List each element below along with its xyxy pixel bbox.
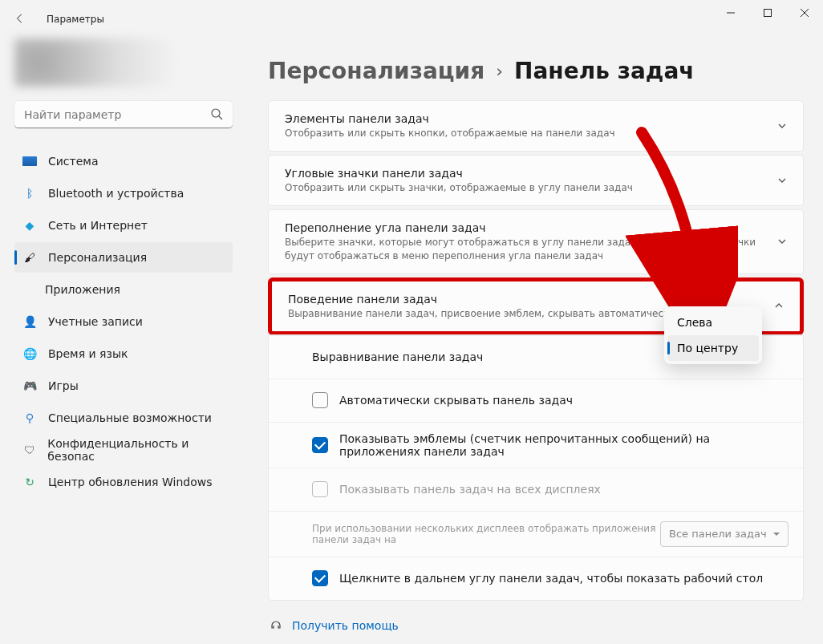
- card-corner-icons[interactable]: Угловые значки панели задач Отобразить и…: [268, 155, 804, 206]
- alignment-dropdown[interactable]: Слева По центру: [664, 306, 762, 364]
- accessibility-icon: ⚲: [22, 411, 37, 425]
- row-show-badges[interactable]: Показывать эмблемы (счетчик непрочитанны…: [269, 422, 803, 468]
- sidebar-item-label: Игры: [48, 379, 79, 392]
- setting-label: Показывать панель задач на всех дисплеях: [339, 483, 789, 496]
- chevron-down-icon: [777, 173, 789, 188]
- row-multi-display-apps: При использовании нескольких дисплеев от…: [269, 511, 803, 557]
- sidebar-item-gaming[interactable]: 🎮Игры: [14, 371, 233, 401]
- paintbrush-icon: 🖌: [22, 250, 37, 265]
- sidebar-item-label: Система: [48, 155, 98, 168]
- get-help-link[interactable]: Получить помощь: [268, 604, 804, 644]
- sidebar-item-personalization[interactable]: 🖌Персонализация: [14, 242, 233, 273]
- setting-label: Щелкните в дальнем углу панели задач, чт…: [339, 572, 789, 585]
- sidebar-item-privacy[interactable]: 🛡Конфиденциальность и безопас: [14, 435, 233, 465]
- checkbox-all-displays: [312, 481, 328, 497]
- sidebar-item-network[interactable]: ◆Сеть и Интернет: [14, 210, 233, 241]
- checkbox-far-corner[interactable]: [312, 570, 328, 586]
- display-icon: [22, 156, 37, 166]
- breadcrumb-parent[interactable]: Персонализация: [268, 58, 484, 84]
- dropdown-option-center[interactable]: По центру: [667, 335, 759, 361]
- window-title: Параметры: [47, 14, 104, 25]
- svg-rect-1: [764, 10, 772, 17]
- sidebar-item-bluetooth[interactable]: ᛒBluetooth и устройства: [14, 178, 233, 209]
- chevron-down-icon: [777, 119, 789, 134]
- chevron-up-icon: [774, 298, 785, 314]
- search-icon: [210, 107, 223, 124]
- combo-value: Все панели задач: [669, 528, 767, 540]
- update-icon: ↻: [22, 475, 37, 489]
- chevron-down-icon: [777, 234, 789, 249]
- sidebar-item-label: Специальные возможности: [48, 411, 212, 424]
- maximize-button[interactable]: [749, 0, 786, 26]
- person-icon: 👤: [22, 314, 37, 329]
- apps-icon: [22, 284, 34, 295]
- setting-label: Автоматически скрывать панель задач: [339, 394, 789, 407]
- headset-icon: [270, 618, 282, 634]
- card-title: Переполнение угла панели задач: [285, 221, 769, 234]
- chevron-right-icon: ›: [496, 61, 503, 81]
- shield-icon: 🛡: [22, 443, 36, 457]
- dropdown-option-left[interactable]: Слева: [667, 310, 759, 335]
- card-title: Угловые значки панели задач: [285, 167, 769, 180]
- sidebar-item-label: Учетные записи: [48, 315, 143, 328]
- setting-label: При использовании нескольких дисплеев от…: [312, 523, 660, 545]
- sidebar-item-label: Приложения: [45, 283, 120, 296]
- wifi-icon: ◆: [22, 218, 37, 233]
- sidebar-item-label: Конфиденциальность и безопас: [47, 437, 233, 463]
- row-far-corner-desktop[interactable]: Щелкните в дальнем углу панели задач, чт…: [269, 557, 803, 600]
- clock-globe-icon: 🌐: [22, 346, 37, 361]
- sidebar-item-label: Bluetooth и устройства: [48, 187, 184, 200]
- svg-line-5: [219, 116, 222, 119]
- card-title: Поведение панели задач: [288, 293, 766, 306]
- sidebar-item-label: Центр обновления Windows: [48, 476, 212, 488]
- gamepad-icon: 🎮: [22, 379, 37, 393]
- checkbox-auto-hide[interactable]: [312, 392, 328, 408]
- setting-label: Показывать эмблемы (счетчик непрочитанны…: [339, 432, 789, 458]
- sidebar-item-label: Сеть и Интернет: [48, 219, 148, 232]
- sidebar-item-windows-update[interactable]: ↻Центр обновления Windows: [14, 467, 233, 497]
- card-subtitle: Выберите значки, которые могут отображат…: [285, 236, 769, 261]
- sidebar-item-label: Время и язык: [48, 347, 128, 360]
- sidebar-item-apps[interactable]: Приложения: [14, 274, 233, 305]
- help-link-label: Получить помощь: [292, 619, 399, 632]
- card-title: Элементы панели задач: [285, 112, 769, 125]
- combo-multi-display: Все панели задач: [660, 521, 789, 547]
- card-corner-overflow[interactable]: Переполнение угла панели задач Выберите …: [268, 209, 804, 273]
- back-button[interactable]: [14, 12, 30, 27]
- bluetooth-icon: ᛒ: [22, 186, 37, 200]
- user-account-block[interactable]: [14, 38, 233, 87]
- close-button[interactable]: [786, 0, 823, 26]
- sidebar-item-accessibility[interactable]: ⚲Специальные возможности: [14, 403, 233, 433]
- row-all-displays: Показывать панель задач на всех дисплеях: [269, 468, 803, 511]
- sidebar-item-time-language[interactable]: 🌐Время и язык: [14, 338, 233, 369]
- svg-point-4: [212, 109, 220, 117]
- sidebar-item-label: Персонализация: [48, 251, 147, 264]
- taskbar-behavior-panel: Выравнивание панели задач Автоматически …: [268, 334, 804, 601]
- card-subtitle: Отобразить или скрыть значки, отображаем…: [285, 181, 769, 194]
- search-input[interactable]: [14, 101, 233, 128]
- breadcrumb: Персонализация › Панель задач: [268, 58, 804, 84]
- page-title: Панель задач: [514, 58, 695, 84]
- row-auto-hide[interactable]: Автоматически скрывать панель задач: [269, 379, 803, 422]
- checkbox-show-badges[interactable]: [312, 437, 328, 453]
- sidebar-item-accounts[interactable]: 👤Учетные записи: [14, 306, 233, 337]
- card-subtitle: Отобразить или скрыть кнопки, отображаем…: [285, 127, 769, 140]
- sidebar-item-system[interactable]: Система: [14, 146, 233, 176]
- card-taskbar-items[interactable]: Элементы панели задач Отобразить или скр…: [268, 100, 804, 152]
- minimize-button[interactable]: [712, 0, 749, 26]
